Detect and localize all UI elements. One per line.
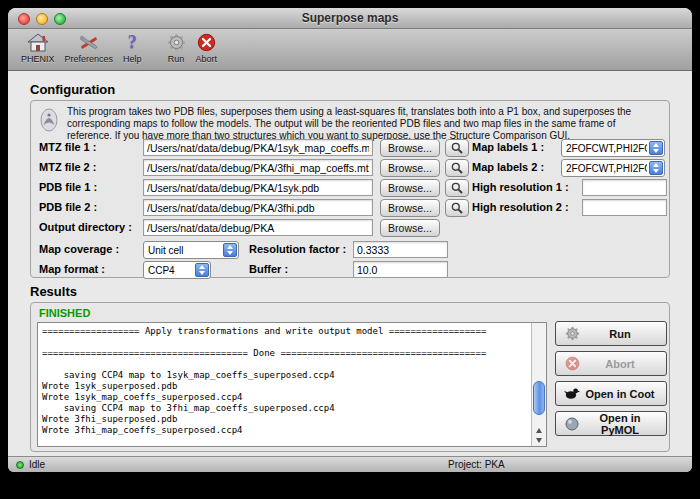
toolbar-abort-label: Abort <box>196 54 218 64</box>
open-in-coot-button[interactable]: Open in Coot <box>555 381 667 406</box>
close-button[interactable] <box>18 13 30 25</box>
output-directory-input[interactable] <box>143 219 373 236</box>
title-bar[interactable]: Superpose maps <box>8 8 692 29</box>
pdb-file-2-browse-button[interactable]: Browse... <box>380 199 440 217</box>
mtz-file-1-inspect-button[interactable] <box>445 139 469 157</box>
combo-stepper-icon <box>223 243 237 257</box>
help-icon: ? <box>128 31 137 54</box>
output-directory-row: Output directory : Browse... <box>31 219 669 239</box>
resolution-factor-label: Resolution factor : <box>249 243 346 255</box>
buffer-label: Buffer : <box>249 263 288 275</box>
toolbar-phenix-button[interactable]: PHENIX <box>21 31 55 64</box>
coot-bird-icon <box>563 387 581 400</box>
map-coverage-row: Map coverage : Unit cell Resolution fact… <box>31 241 669 261</box>
mtz-file-1-label: MTZ file 1 : <box>39 141 96 153</box>
project-label: Project: PKA <box>448 459 505 470</box>
zoom-button[interactable] <box>54 13 66 25</box>
minimize-button[interactable] <box>36 13 48 25</box>
mtz-file-1-browse-button[interactable]: Browse... <box>380 139 440 157</box>
pdb-file-1-browse-button[interactable]: Browse... <box>380 179 440 197</box>
pdb-file-2-row: PDB file 2 : Browse... High resolution 2… <box>31 199 669 219</box>
abort-button[interactable]: Abort <box>555 351 667 376</box>
gear-icon <box>563 326 581 341</box>
status-badge: FINISHED <box>39 307 90 319</box>
magnifier-icon <box>451 142 463 154</box>
mtz-file-2-label: MTZ file 2 : <box>39 161 96 173</box>
map-format-select[interactable]: CCP4 <box>143 261 211 279</box>
phenix-logo-icon <box>39 107 59 137</box>
home-icon <box>27 31 49 54</box>
map-labels-1-select[interactable]: 2FOFCWT,PHI2FOF... <box>561 139 665 157</box>
console-output[interactable]: ================== Apply transformations… <box>37 322 547 447</box>
toolbar-preferences-button[interactable]: Preferences <box>65 31 114 64</box>
main-toolbar: PHENIX Preferences ? Help <box>8 29 692 71</box>
window-title: Superpose maps <box>8 8 692 29</box>
open-in-pymol-button[interactable]: Open in PyMOL <box>555 411 667 436</box>
map-labels-1-label: Map labels 1 : <box>472 141 544 153</box>
toolbar-help-label: Help <box>123 54 142 64</box>
high-resolution-2-input[interactable] <box>582 199 667 216</box>
mtz-file-1-input[interactable] <box>143 139 373 156</box>
toolbar-preferences-label: Preferences <box>65 54 114 64</box>
map-labels-2-label: Map labels 2 : <box>472 161 544 173</box>
pdb-file-2-inspect-button[interactable] <box>445 199 469 217</box>
magnifier-icon <box>451 162 463 174</box>
high-resolution-2-label: High resolution 2 : <box>472 201 569 213</box>
pdb-file-1-row: PDB file 1 : Browse... High resolution 1… <box>31 179 669 199</box>
status-bar: Idle Project: PKA <box>8 456 692 472</box>
mtz-file-2-browse-button[interactable]: Browse... <box>380 159 440 177</box>
pdb-file-2-label: PDB file 2 : <box>39 201 97 213</box>
scrollbar-thumb[interactable] <box>533 381 545 415</box>
pdb-file-1-input[interactable] <box>143 179 373 196</box>
map-coverage-select[interactable]: Unit cell <box>143 241 239 259</box>
map-labels-2-select[interactable]: 2FOFCWT,PHI2FOF... <box>561 159 665 177</box>
output-directory-label: Output directory : <box>39 221 132 233</box>
pdb-file-1-label: PDB file 1 : <box>39 181 97 193</box>
map-coverage-label: Map coverage : <box>39 243 119 255</box>
gear-icon <box>167 31 186 54</box>
results-panel: FINISHED ================== Apply transf… <box>30 302 670 452</box>
run-button[interactable]: Run <box>555 321 667 346</box>
status-dot-icon <box>16 461 24 469</box>
scroll-down-icon[interactable] <box>532 435 546 445</box>
mtz-file-2-inspect-button[interactable] <box>445 159 469 177</box>
mtz-file-2-input[interactable] <box>143 159 373 176</box>
buffer-input[interactable] <box>353 261 448 278</box>
toolbar-run-label: Run <box>168 54 185 64</box>
toolbar-help-button[interactable]: ? Help <box>123 31 142 64</box>
pdb-file-2-input[interactable] <box>143 199 373 216</box>
console-scrollbar[interactable] <box>531 323 546 446</box>
configuration-heading: Configuration <box>30 82 115 97</box>
output-directory-browse-button[interactable]: Browse... <box>380 219 440 237</box>
combo-stepper-icon <box>195 263 209 277</box>
tools-icon <box>78 31 100 54</box>
pymol-icon <box>563 417 581 431</box>
map-format-label: Map format : <box>39 263 105 275</box>
resolution-factor-input[interactable] <box>353 241 448 258</box>
program-description: This program takes two PDB files, superp… <box>67 106 661 142</box>
configuration-panel: This program takes two PDB files, superp… <box>30 100 670 278</box>
combo-stepper-icon <box>649 161 663 175</box>
high-resolution-1-input[interactable] <box>582 179 667 196</box>
magnifier-icon <box>451 182 463 194</box>
toolbar-abort-button[interactable]: Abort <box>196 31 218 64</box>
mtz-file-1-row: MTZ file 1 : Browse... Map labels 1 : 2F… <box>31 139 669 159</box>
app-window: Superpose maps PHENIX <box>8 8 692 472</box>
toolbar-run-button[interactable]: Run <box>167 31 186 64</box>
console-text: ================== Apply transformations… <box>38 323 546 439</box>
map-format-row: Map format : CCP4 Buffer : <box>31 261 669 281</box>
status-text: Idle <box>29 459 45 470</box>
toolbar-phenix-label: PHENIX <box>21 54 55 64</box>
mtz-file-2-row: MTZ file 2 : Browse... Map labels 2 : 2F… <box>31 159 669 179</box>
results-heading: Results <box>30 284 77 299</box>
magnifier-icon <box>451 202 463 214</box>
pdb-file-1-inspect-button[interactable] <box>445 179 469 197</box>
scroll-up-icon[interactable] <box>532 425 546 435</box>
combo-stepper-icon <box>649 141 663 155</box>
abort-icon <box>197 31 216 54</box>
high-resolution-1-label: High resolution 1 : <box>472 181 569 193</box>
abort-icon <box>563 356 581 371</box>
